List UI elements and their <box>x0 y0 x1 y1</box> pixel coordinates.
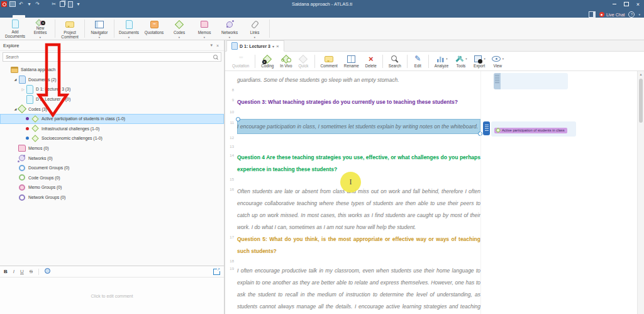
export-button[interactable]: ▾ Export <box>470 54 488 68</box>
vertical-scrollbar[interactable]: ▲ <box>637 71 644 314</box>
tools-button[interactable]: ▾ Tools <box>452 54 470 68</box>
ribbon-tab-row: Live Chat ? ▾ <box>0 8 644 18</box>
edit-button[interactable]: ▾ Edit <box>410 54 426 68</box>
comment-placeholder[interactable]: Click to edit comment <box>0 278 224 314</box>
minimize-button[interactable] <box>608 0 620 8</box>
quick-coding-button[interactable]: ▾ Quick <box>295 54 311 68</box>
search-button[interactable]: ▾ Search <box>386 54 404 68</box>
line-text[interactable]: Question 4 Are these teaching strategies… <box>237 152 480 176</box>
cut-icon[interactable]: ✂ <box>51 1 57 8</box>
line-text[interactable]: guardians. Some of these students go sle… <box>237 74 480 86</box>
line-text[interactable]: Question 5: What do you think, is the mo… <box>237 233 480 257</box>
margin-quotation-box[interactable] <box>494 73 568 89</box>
links-button[interactable]: Links <box>242 18 267 40</box>
line-text[interactable]: Question 3: What teaching strategies do … <box>237 96 480 108</box>
italic-button[interactable]: I <box>13 269 14 274</box>
quotation-button[interactable]: ▾ Quotation <box>229 54 252 68</box>
bold-button[interactable]: B <box>4 269 8 274</box>
add-documents-button[interactable]: Add Documents <box>3 18 28 40</box>
line-text[interactable] <box>237 86 480 96</box>
line-text[interactable]: I often encourage productive talk in my … <box>237 265 480 314</box>
networks-button[interactable]: Networks <box>217 18 242 40</box>
project-comment-button[interactable]: Project Comment <box>57 18 82 40</box>
tree-item-memo-groups[interactable]: Memo Groups (0) <box>0 182 224 193</box>
open-in-window-icon[interactable] <box>213 269 220 275</box>
paste-icon[interactable] <box>67 1 73 8</box>
tree-item-document-groups[interactable]: Document Groups (0) <box>0 163 224 173</box>
documents-button[interactable]: Documents <box>116 18 142 40</box>
tree-item-code-active-participation[interactable]: Active participation of students in clas… <box>0 114 224 124</box>
code-color-dot <box>26 127 29 130</box>
tree-item-code-groups[interactable]: Code Groups (0) <box>0 173 224 183</box>
code-color-dot <box>26 117 29 120</box>
codes-button[interactable]: Codes <box>167 18 192 40</box>
tab-d1-lecturer3[interactable]: D 1: Lecturer 3 ▾ × <box>226 40 284 52</box>
scrollbar-thumb[interactable] <box>639 79 643 123</box>
expander-icon[interactable] <box>20 87 26 91</box>
window-icon[interactable] <box>9 1 16 8</box>
tree-item-networks[interactable]: Networks (0) <box>0 153 224 163</box>
close-icon[interactable]: × <box>214 43 221 48</box>
explore-header: Explore ▾ × <box>0 40 224 51</box>
maximize-button[interactable] <box>620 0 632 8</box>
close-button[interactable]: × <box>632 0 644 8</box>
code-diamond-icon <box>31 115 39 123</box>
tree-item-d1-lecturer3[interactable]: D 1: Lecturer 3 (3) <box>0 84 224 94</box>
rename-button[interactable]: ▾ Rename <box>341 54 362 68</box>
search-input[interactable] <box>6 55 213 59</box>
scroll-up-icon[interactable]: ▲ <box>638 72 644 76</box>
paste-dropdown-icon[interactable]: ▾ <box>75 1 81 8</box>
code-label[interactable]: Active participation of students in clas… <box>494 128 567 133</box>
analyze-button[interactable]: ▾ Analyze <box>431 54 452 68</box>
app-logo-icon[interactable] <box>1 1 7 8</box>
line-text[interactable] <box>237 176 480 186</box>
help-icon[interactable]: ? <box>628 11 635 18</box>
delete-button[interactable]: ▾ Delete <box>362 54 380 68</box>
strikethrough-button[interactable]: S <box>30 269 33 274</box>
live-chat-button[interactable]: Live Chat <box>599 12 625 17</box>
in-vivo-button[interactable]: ▾ In Vivo <box>277 54 295 68</box>
expander-icon[interactable] <box>13 77 18 81</box>
separator <box>382 55 383 68</box>
feedback-panel-icon[interactable] <box>589 11 596 18</box>
navigator-button[interactable]: Navigator <box>87 18 112 40</box>
tree-item-documents[interactable]: Documents (2) <box>0 75 224 85</box>
redo-icon[interactable]: ↷ <box>35 1 40 8</box>
memos-button[interactable]: Memos <box>192 18 217 40</box>
undo-icon[interactable]: ↶ <box>18 1 24 8</box>
project-tree: Saldana approach Documents (2) D 1: <box>0 64 224 266</box>
underline-button[interactable]: U <box>20 269 24 274</box>
quotations-button[interactable]: Quotations <box>142 18 167 40</box>
comment-button[interactable]: ▾ Comment <box>318 54 341 68</box>
line-text[interactable] <box>237 257 480 265</box>
tree-item-codes[interactable]: Codes (3) <box>0 104 224 114</box>
quotation-bracket-bar[interactable] <box>483 121 490 135</box>
tree-item-network-groups[interactable]: Network Groups (0) <box>0 193 224 203</box>
tab-menu-chevron-icon[interactable]: ▾ <box>272 44 274 48</box>
view-button[interactable]: ▾ View <box>489 54 507 68</box>
tree-item-memos[interactable]: Memos (0) <box>0 143 224 154</box>
new-entities-button[interactable]: New Entities <box>28 18 53 40</box>
tab-close-icon[interactable]: × <box>276 43 279 49</box>
line-text[interactable]: Often students are late or absent from c… <box>237 186 480 233</box>
copy-icon[interactable] <box>59 1 65 8</box>
chevron-down-icon[interactable]: ▾ <box>208 43 214 48</box>
line-text[interactable] <box>237 134 480 143</box>
coding-button[interactable]: ▾ Coding <box>258 54 277 68</box>
document-icon <box>231 42 238 50</box>
doc-line-11-quotation: 11 I encourage participation in class, I… <box>225 119 480 134</box>
tree-item-project[interactable]: Saldana approach <box>0 65 224 75</box>
emoji-icon <box>45 268 50 275</box>
tree-item-code-infrastructural[interactable]: Infrastructural challenges (1-0) <box>0 124 224 134</box>
line-text[interactable]: I encourage participation in class, I so… <box>237 119 480 134</box>
quotation-bracket-bar[interactable] <box>494 73 501 89</box>
emoji-button[interactable] <box>45 268 50 275</box>
tools-icon <box>455 55 464 64</box>
new-entities-icon <box>35 20 45 25</box>
line-text[interactable] <box>237 108 480 119</box>
line-text[interactable] <box>237 143 480 152</box>
collapse-ribbon-icon[interactable]: ▾ <box>638 13 640 16</box>
undo-dropdown-icon[interactable]: ▾ <box>26 1 32 8</box>
tree-item-code-socioeconomic[interactable]: Socioeconomic challenges (1-0) <box>0 133 224 143</box>
tree-item-d2-lecturer4[interactable]: D 2: Lecturer 4 (0) <box>0 94 224 104</box>
